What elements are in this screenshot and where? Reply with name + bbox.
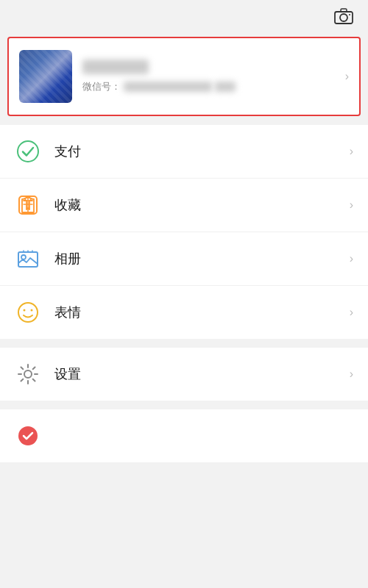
svg-point-14 [18,426,38,445]
pay-label: 支付 [54,143,350,160]
album-chevron: › [350,252,353,265]
svg-rect-8 [18,252,38,267]
divider-2 [0,339,368,348]
camera-icon[interactable] [334,8,353,29]
profile-chevron: › [345,70,349,83]
pay-chevron: › [350,145,353,158]
menu-section: 支付 › 收藏 › [0,125,368,339]
svg-point-9 [21,255,26,259]
emoji-icon [15,299,41,326]
top-bar [0,0,368,37]
svg-point-12 [31,309,33,312]
settings-label: 设置 [54,365,350,383]
profile-name [82,60,345,74]
wechat-id-blur [124,82,212,92]
wechat-tag-blur [215,82,236,92]
settings-chevron: › [350,368,353,381]
emoji-chevron: › [350,306,353,319]
avatar [19,50,72,103]
collect-label: 收藏 [54,196,350,214]
settings-section: 设置 › [0,348,368,401]
divider-1 [0,116,368,125]
album-label: 相册 [54,250,350,268]
svg-point-11 [24,309,26,312]
svg-point-1 [340,14,347,21]
bottom-partial-section [0,409,368,462]
wechat-id-row: 微信号： [82,80,345,93]
profile-info: 微信号： [82,60,345,93]
svg-rect-2 [341,9,347,12]
collect-chevron: › [350,198,353,212]
svg-point-10 [18,303,38,322]
partial-icon [15,423,41,449]
pay-icon [15,138,41,165]
wechat-label: 微信号： [82,80,121,93]
menu-item-settings[interactable]: 设置 › [0,348,368,401]
svg-point-3 [349,14,350,15]
collect-icon [15,192,41,218]
profile-card[interactable]: 微信号： › [7,37,361,116]
menu-item-partial[interactable] [0,409,368,462]
emoji-label: 表情 [54,304,350,321]
menu-item-emoji[interactable]: 表情 › [0,286,368,339]
svg-point-4 [18,141,38,162]
album-icon [15,245,41,272]
settings-icon [15,361,41,387]
svg-point-13 [24,370,32,378]
menu-item-collect[interactable]: 收藏 › [0,179,368,232]
menu-item-album[interactable]: 相册 › [0,232,368,286]
divider-3 [0,401,368,409]
name-blur [82,60,149,74]
menu-item-pay[interactable]: 支付 › [0,125,368,179]
